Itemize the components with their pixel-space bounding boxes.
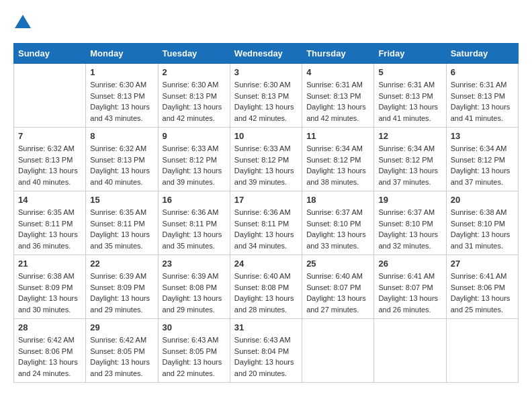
calendar-cell: 16Sunrise: 6:36 AMSunset: 8:11 PMDayligh… xyxy=(158,191,230,255)
header-friday: Friday xyxy=(374,44,446,64)
day-number: 3 xyxy=(234,67,298,77)
day-info: Sunrise: 6:41 AMSunset: 8:07 PMDaylight:… xyxy=(378,271,441,315)
day-number: 2 xyxy=(163,67,226,77)
day-info: Sunrise: 6:36 AMSunset: 8:11 PMDaylight:… xyxy=(234,207,298,251)
week-row-1: 7Sunrise: 6:32 AMSunset: 8:13 PMDaylight… xyxy=(14,128,519,191)
calendar-cell: 2Sunrise: 6:30 AMSunset: 8:13 PMDaylight… xyxy=(158,64,230,128)
day-number: 21 xyxy=(18,259,81,269)
day-number: 19 xyxy=(378,195,441,205)
header-row: SundayMondayTuesdayWednesdayThursdayFrid… xyxy=(14,44,519,64)
calendar-cell xyxy=(14,64,86,128)
day-number: 11 xyxy=(306,131,369,141)
calendar-cell: 25Sunrise: 6:40 AMSunset: 8:07 PMDayligh… xyxy=(302,255,374,319)
day-info: Sunrise: 6:43 AMSunset: 8:05 PMDaylight:… xyxy=(163,334,226,379)
calendar-cell: 13Sunrise: 6:34 AMSunset: 8:12 PMDayligh… xyxy=(446,128,518,191)
week-row-4: 28Sunrise: 6:42 AMSunset: 8:06 PMDayligh… xyxy=(14,319,519,383)
calendar-cell: 17Sunrise: 6:36 AMSunset: 8:11 PMDayligh… xyxy=(230,191,302,255)
day-info: Sunrise: 6:30 AMSunset: 8:13 PMDaylight:… xyxy=(163,79,226,124)
day-number: 24 xyxy=(234,259,298,269)
header-sunday: Sunday xyxy=(14,44,86,64)
day-info: Sunrise: 6:39 AMSunset: 8:08 PMDaylight:… xyxy=(163,271,226,315)
calendar-cell: 30Sunrise: 6:43 AMSunset: 8:05 PMDayligh… xyxy=(158,319,230,383)
day-info: Sunrise: 6:32 AMSunset: 8:13 PMDaylight:… xyxy=(90,143,153,187)
day-number: 17 xyxy=(234,195,298,205)
day-info: Sunrise: 6:30 AMSunset: 8:13 PMDaylight:… xyxy=(90,79,153,124)
calendar-cell: 18Sunrise: 6:37 AMSunset: 8:10 PMDayligh… xyxy=(302,191,374,255)
svg-marker-0 xyxy=(15,15,31,28)
day-number: 9 xyxy=(163,131,226,141)
calendar-cell: 29Sunrise: 6:42 AMSunset: 8:05 PMDayligh… xyxy=(86,319,158,383)
day-info: Sunrise: 6:35 AMSunset: 8:11 PMDaylight:… xyxy=(90,207,153,251)
day-number: 28 xyxy=(18,322,81,332)
header-wednesday: Wednesday xyxy=(230,44,302,64)
day-info: Sunrise: 6:31 AMSunset: 8:13 PMDaylight:… xyxy=(306,79,369,124)
day-number: 12 xyxy=(378,131,441,141)
day-info: Sunrise: 6:42 AMSunset: 8:06 PMDaylight:… xyxy=(18,334,81,379)
day-info: Sunrise: 6:38 AMSunset: 8:10 PMDaylight:… xyxy=(451,207,514,251)
calendar-cell: 4Sunrise: 6:31 AMSunset: 8:13 PMDaylight… xyxy=(302,64,374,128)
calendar-cell: 6Sunrise: 6:31 AMSunset: 8:13 PMDaylight… xyxy=(446,64,518,128)
day-info: Sunrise: 6:38 AMSunset: 8:09 PMDaylight:… xyxy=(18,271,81,315)
calendar-cell: 27Sunrise: 6:41 AMSunset: 8:06 PMDayligh… xyxy=(446,255,518,319)
day-info: Sunrise: 6:42 AMSunset: 8:05 PMDaylight:… xyxy=(90,334,153,379)
calendar-cell: 5Sunrise: 6:31 AMSunset: 8:13 PMDaylight… xyxy=(374,64,446,128)
day-info: Sunrise: 6:40 AMSunset: 8:08 PMDaylight:… xyxy=(234,271,298,315)
day-number: 18 xyxy=(306,195,369,205)
calendar-cell xyxy=(302,319,374,383)
page-header xyxy=(13,13,519,32)
calendar-cell: 28Sunrise: 6:42 AMSunset: 8:06 PMDayligh… xyxy=(14,319,86,383)
calendar-cell: 12Sunrise: 6:34 AMSunset: 8:12 PMDayligh… xyxy=(374,128,446,191)
calendar-cell: 31Sunrise: 6:43 AMSunset: 8:04 PMDayligh… xyxy=(230,319,302,383)
calendar-cell xyxy=(374,319,446,383)
calendar-cell xyxy=(446,319,518,383)
calendar-table: SundayMondayTuesdayWednesdayThursdayFrid… xyxy=(13,43,519,383)
day-info: Sunrise: 6:31 AMSunset: 8:13 PMDaylight:… xyxy=(451,79,514,124)
calendar-cell: 9Sunrise: 6:33 AMSunset: 8:12 PMDaylight… xyxy=(158,128,230,191)
header-monday: Monday xyxy=(86,44,158,64)
day-info: Sunrise: 6:33 AMSunset: 8:12 PMDaylight:… xyxy=(234,143,298,187)
day-info: Sunrise: 6:31 AMSunset: 8:13 PMDaylight:… xyxy=(378,79,441,124)
day-info: Sunrise: 6:35 AMSunset: 8:11 PMDaylight:… xyxy=(18,207,81,251)
day-number: 6 xyxy=(451,67,514,77)
calendar-cell: 1Sunrise: 6:30 AMSunset: 8:13 PMDaylight… xyxy=(86,64,158,128)
calendar-cell: 24Sunrise: 6:40 AMSunset: 8:08 PMDayligh… xyxy=(230,255,302,319)
calendar-cell: 8Sunrise: 6:32 AMSunset: 8:13 PMDaylight… xyxy=(86,128,158,191)
day-info: Sunrise: 6:36 AMSunset: 8:11 PMDaylight:… xyxy=(163,207,226,251)
calendar-cell: 19Sunrise: 6:37 AMSunset: 8:10 PMDayligh… xyxy=(374,191,446,255)
day-number: 8 xyxy=(90,131,153,141)
day-info: Sunrise: 6:32 AMSunset: 8:13 PMDaylight:… xyxy=(18,143,81,187)
logo xyxy=(13,13,35,32)
calendar-cell: 11Sunrise: 6:34 AMSunset: 8:12 PMDayligh… xyxy=(302,128,374,191)
calendar-cell: 21Sunrise: 6:38 AMSunset: 8:09 PMDayligh… xyxy=(14,255,86,319)
day-info: Sunrise: 6:40 AMSunset: 8:07 PMDaylight:… xyxy=(306,271,369,315)
day-number: 7 xyxy=(18,131,81,141)
day-info: Sunrise: 6:41 AMSunset: 8:06 PMDaylight:… xyxy=(451,271,514,315)
calendar-cell: 15Sunrise: 6:35 AMSunset: 8:11 PMDayligh… xyxy=(86,191,158,255)
week-row-2: 14Sunrise: 6:35 AMSunset: 8:11 PMDayligh… xyxy=(14,191,519,255)
day-number: 16 xyxy=(163,195,226,205)
day-number: 10 xyxy=(234,131,298,141)
day-number: 26 xyxy=(378,259,441,269)
header-tuesday: Tuesday xyxy=(158,44,230,64)
week-row-3: 21Sunrise: 6:38 AMSunset: 8:09 PMDayligh… xyxy=(14,255,519,319)
day-info: Sunrise: 6:34 AMSunset: 8:12 PMDaylight:… xyxy=(451,143,514,187)
calendar-cell: 20Sunrise: 6:38 AMSunset: 8:10 PMDayligh… xyxy=(446,191,518,255)
day-number: 5 xyxy=(378,67,441,77)
day-info: Sunrise: 6:33 AMSunset: 8:12 PMDaylight:… xyxy=(163,143,226,187)
calendar-cell: 10Sunrise: 6:33 AMSunset: 8:12 PMDayligh… xyxy=(230,128,302,191)
calendar-cell: 26Sunrise: 6:41 AMSunset: 8:07 PMDayligh… xyxy=(374,255,446,319)
day-number: 4 xyxy=(306,67,369,77)
day-info: Sunrise: 6:34 AMSunset: 8:12 PMDaylight:… xyxy=(306,143,369,187)
day-number: 13 xyxy=(451,131,514,141)
day-number: 25 xyxy=(306,259,369,269)
day-number: 27 xyxy=(451,259,514,269)
day-info: Sunrise: 6:30 AMSunset: 8:13 PMDaylight:… xyxy=(234,79,298,124)
day-number: 20 xyxy=(451,195,514,205)
day-info: Sunrise: 6:37 AMSunset: 8:10 PMDaylight:… xyxy=(378,207,441,251)
header-saturday: Saturday xyxy=(446,44,518,64)
day-number: 1 xyxy=(90,67,153,77)
day-number: 14 xyxy=(18,195,81,205)
day-number: 30 xyxy=(163,322,226,332)
header-thursday: Thursday xyxy=(302,44,374,64)
day-info: Sunrise: 6:39 AMSunset: 8:09 PMDaylight:… xyxy=(90,271,153,315)
